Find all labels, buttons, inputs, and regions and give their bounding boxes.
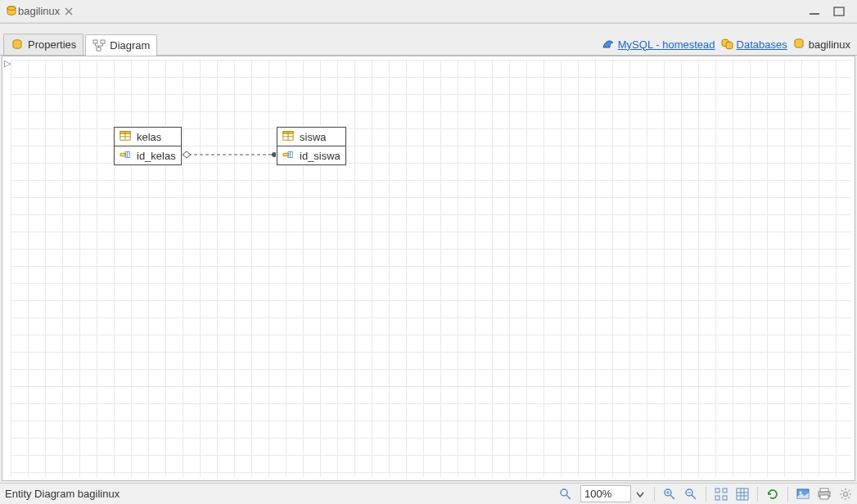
entity-name: kelas [137,131,161,143]
statusbar: Entity Diagram bagilinux 100% [0,483,857,504]
svg-line-57 [841,497,843,498]
svg-rect-7 [97,47,101,51]
entity-kelas[interactable]: kelas id_kelas [114,127,182,165]
layout-icon[interactable] [715,488,728,501]
separator [654,487,655,502]
breadcrumb-databases[interactable]: Databases [720,38,787,51]
table-icon [120,130,133,143]
primary-key-icon [282,149,295,162]
grid-icon[interactable] [736,488,749,501]
tab-properties[interactable]: Properties [3,34,83,55]
table-icon [282,130,295,143]
entity-name: siswa [300,131,327,143]
zoom-dropdown[interactable] [634,488,646,500]
svg-point-50 [844,492,848,496]
breadcrumb: MySQL - homestead Databases bagilinux [602,34,857,55]
status-text: Entity Diagram bagilinux [5,488,120,500]
svg-rect-6 [101,40,105,43]
properties-icon [11,38,24,52]
svg-line-58 [849,490,850,492]
svg-rect-2 [810,13,819,15]
window-controls [808,7,852,16]
entity-siswa[interactable]: siswa id_siswa [277,127,346,165]
zoom-in-icon[interactable] [663,488,676,501]
maximize-button[interactable] [832,7,846,16]
diagram-toolbar [663,487,852,502]
zoom-out-icon[interactable] [684,488,697,501]
database-icon [5,5,18,18]
diagram-icon [92,39,106,52]
tab-label: Diagram [110,39,150,52]
column-name: id_kelas [137,150,176,162]
tab-label: Properties [28,38,76,51]
database-icon [792,38,805,51]
svg-line-30 [670,495,674,499]
close-tab-button[interactable] [65,7,73,16]
entity-header: siswa [277,128,345,146]
mysql-icon [602,38,615,51]
diagram-canvas[interactable]: ▷ kelas id_kelas siswa [2,56,855,481]
zoom-control: 100% [580,485,646,502]
entity-header: kelas [115,128,181,146]
svg-line-56 [849,497,850,498]
refresh-icon[interactable] [766,488,779,501]
svg-line-28 [566,495,571,499]
svg-rect-47 [820,488,828,492]
svg-rect-39 [723,496,727,500]
zoom-value[interactable]: 100% [580,485,631,502]
svg-line-55 [841,490,843,492]
divider [0,23,857,33]
svg-point-27 [561,489,567,496]
search-icon[interactable] [559,488,572,501]
breadcrumb-database: bagilinux [792,38,850,51]
tab-diagram[interactable]: Diagram [85,34,157,56]
tabstrip: Properties Diagram MySQL - homestead Dat… [0,33,857,56]
export-image-icon[interactable] [796,488,810,501]
separator [757,487,758,502]
canvas-grid [11,60,851,477]
editor-tab-bar: bagilinux [0,0,857,23]
entity-column: id_siswa [277,146,345,164]
editor-tab-title: bagilinux [18,5,60,17]
databases-icon [720,38,733,51]
svg-rect-37 [723,488,727,493]
svg-rect-38 [715,496,719,500]
svg-rect-49 [820,495,828,499]
svg-rect-40 [737,488,748,500]
svg-rect-5 [93,40,97,43]
minimize-button[interactable] [808,7,821,16]
svg-rect-3 [834,7,844,16]
settings-icon[interactable] [839,488,852,501]
entity-column: id_kelas [115,146,181,164]
svg-line-34 [692,495,696,499]
separator [787,487,788,502]
breadcrumb-connection[interactable]: MySQL - homestead [602,38,715,51]
print-icon[interactable] [818,488,831,501]
primary-key-icon [120,149,133,162]
separator [706,487,706,502]
column-name: id_siswa [300,150,341,162]
svg-rect-36 [715,488,719,493]
